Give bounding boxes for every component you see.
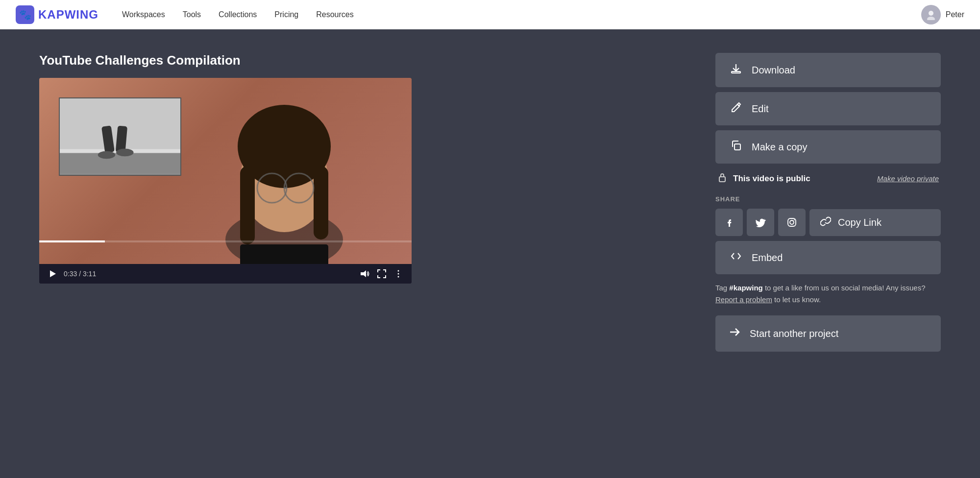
fullscreen-button[interactable] [376, 268, 387, 279]
make-private-link[interactable]: Make video private [877, 174, 939, 183]
svg-point-0 [929, 11, 933, 16]
svg-marker-19 [361, 270, 366, 277]
logo[interactable]: 🐾 KAPWING [16, 5, 98, 24]
nav-tools[interactable]: Tools [183, 10, 201, 19]
facebook-button[interactable] [715, 209, 743, 236]
left-section: YouTube Challenges Compilation [39, 53, 686, 284]
avatar [921, 5, 941, 24]
link-icon [820, 216, 831, 229]
svg-point-21 [398, 273, 399, 275]
tag-description: Tag #kapwing to get a like from us on so… [715, 279, 941, 309]
video-bg [39, 78, 412, 264]
svg-point-28 [794, 219, 795, 220]
embed-button[interactable]: Embed [715, 241, 941, 274]
nav-resources[interactable]: Resources [316, 10, 353, 19]
progress-bar[interactable] [39, 240, 412, 242]
share-row: Copy Link [715, 209, 941, 236]
report-problem-link[interactable]: Report a problem [715, 295, 772, 304]
more-options-button[interactable] [393, 268, 404, 279]
copy-link-label: Copy Link [838, 217, 882, 228]
make-copy-button[interactable]: Make a copy [715, 130, 941, 164]
nav-collections[interactable]: Collections [219, 10, 257, 19]
download-icon [729, 63, 743, 77]
tag-hashtag: #kapwing [729, 284, 762, 292]
pip-video [59, 97, 181, 176]
logo-text: KAPWING [38, 8, 98, 22]
progress-fill [39, 240, 105, 242]
tag-mid: to get a like from us on social media! A… [763, 284, 926, 292]
share-label: SHARE [715, 193, 941, 204]
nav-links: Workspaces Tools Collections Pricing Res… [122, 10, 921, 19]
svg-rect-5 [240, 166, 255, 244]
public-label: This video is public [733, 174, 871, 184]
edit-button[interactable]: Edit [715, 92, 941, 125]
public-status-row: This video is public Make video private [715, 168, 941, 189]
time-display: 0:33 / 3:11 [64, 270, 353, 278]
instagram-button[interactable] [778, 209, 806, 236]
play-button[interactable] [47, 268, 58, 279]
video-title: YouTube Challenges Compilation [39, 53, 686, 68]
video-thumbnail [39, 78, 412, 264]
logo-icon: 🐾 [16, 5, 34, 24]
right-section: Download Edit Make a copy [715, 53, 941, 352]
make-copy-label: Make a copy [752, 142, 807, 153]
video-player[interactable]: 0:33 / 3:11 [39, 78, 412, 284]
copy-link-button[interactable]: Copy Link [809, 209, 941, 236]
copy-icon [729, 140, 743, 154]
svg-point-20 [398, 270, 399, 272]
user-name: Peter [946, 10, 964, 19]
embed-icon [729, 251, 743, 264]
svg-rect-24 [735, 144, 740, 150]
volume-button[interactable] [359, 268, 370, 280]
lock-icon [717, 172, 727, 185]
svg-point-27 [790, 220, 794, 224]
start-project-label: Start another project [750, 328, 838, 339]
svg-point-22 [398, 276, 399, 278]
tag-prefix: Tag [715, 284, 729, 292]
user-menu[interactable]: Peter [921, 5, 964, 24]
video-controls: 0:33 / 3:11 [39, 264, 412, 284]
svg-rect-6 [314, 166, 328, 239]
nav-pricing[interactable]: Pricing [274, 10, 298, 19]
nav-workspaces[interactable]: Workspaces [122, 10, 165, 19]
svg-point-17 [116, 149, 133, 157]
edit-icon [729, 102, 743, 116]
edit-label: Edit [752, 103, 768, 115]
svg-point-1 [927, 17, 935, 20]
embed-label: Embed [752, 252, 783, 263]
navbar: 🐾 KAPWING Workspaces Tools Collections P… [0, 0, 980, 29]
person-silhouette [196, 83, 372, 264]
twitter-button[interactable] [747, 209, 774, 236]
svg-marker-18 [50, 270, 56, 277]
download-label: Download [752, 65, 795, 76]
main-content: YouTube Challenges Compilation [0, 29, 980, 375]
svg-point-16 [98, 151, 115, 159]
svg-rect-23 [732, 72, 740, 73]
svg-rect-25 [719, 177, 725, 182]
tag-suffix: to let us know. [772, 295, 821, 304]
start-project-button[interactable]: Start another project [715, 315, 941, 352]
download-button[interactable]: Download [715, 53, 941, 87]
svg-rect-10 [240, 244, 328, 264]
arrow-right-icon [729, 326, 741, 341]
